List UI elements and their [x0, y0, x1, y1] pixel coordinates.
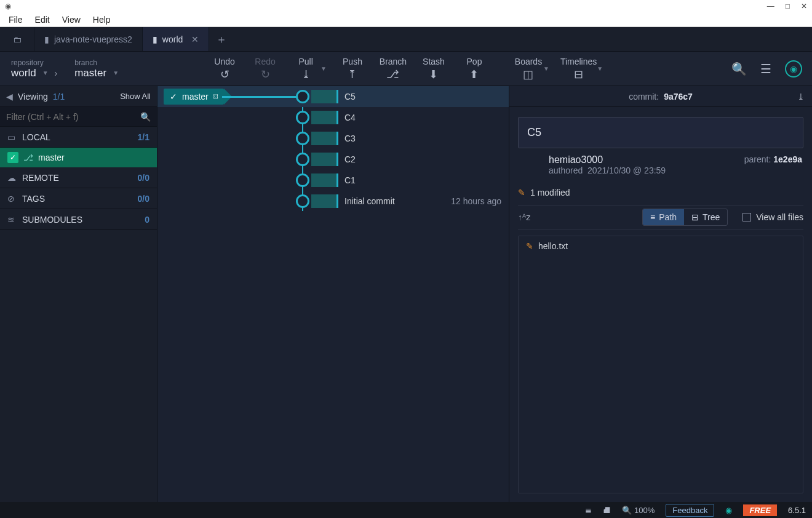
commit-row[interactable]: ✓ master ⌑ C5	[157, 86, 509, 107]
pull-button[interactable]: Pull ⤓	[291, 57, 320, 81]
minimize-icon[interactable]: —	[767, 2, 774, 10]
tab-world[interactable]: ▮ world ✕	[143, 27, 209, 51]
close-tab-icon[interactable]: ✕	[191, 34, 199, 44]
toolbar: repository world▼› branch master▼ Undo ↺…	[0, 52, 812, 86]
commit-hash: 9a76c7	[664, 92, 693, 102]
sidebar-branch-master[interactable]: ✓ ⎇ master	[0, 148, 157, 167]
commit-message: C5	[344, 92, 356, 102]
commit-graph[interactable]: ✓ master ⌑ C5 C4 C3 C2 C1	[157, 86, 509, 502]
plan-badge[interactable]: FREE	[743, 504, 777, 516]
check-icon: ✓	[7, 152, 18, 163]
file-name: hello.txt	[538, 241, 568, 251]
commit-message: C1	[344, 175, 356, 185]
commit-row[interactable]: Initial commit 12 hours ago	[157, 191, 509, 212]
version-label: 6.5.1	[788, 506, 806, 515]
window-titlebar: ◉ — □ ✕	[0, 0, 812, 12]
commit-message: Initial commit	[344, 196, 395, 206]
commit-message[interactable]: C5	[518, 117, 803, 148]
timelines-icon: ⊟	[574, 68, 583, 81]
zoom-control[interactable]: 🔍 100%	[622, 506, 655, 515]
branch-button[interactable]: Branch ⎇	[378, 57, 408, 81]
sidebar: ◀ Viewing 1/1 Show All 🔍 ▭ LOCAL 1/1 ✓ ⎇…	[0, 86, 157, 502]
branch-pill[interactable]: ✓ master ⌑	[164, 89, 224, 105]
commit-message: C3	[344, 133, 356, 143]
viewing-count: 1/1	[53, 92, 65, 102]
kraken-logo-icon[interactable]: ◉	[785, 60, 802, 78]
file-row[interactable]: ✎ hello.txt	[519, 236, 803, 256]
checkbox-icon	[742, 213, 751, 221]
show-all-button[interactable]: Show All	[120, 92, 151, 101]
feedback-button[interactable]: Feedback	[666, 504, 714, 517]
tree-view-button[interactable]: ⊟Tree	[684, 209, 727, 225]
view-all-files-toggle[interactable]: View all files	[742, 212, 803, 222]
undo-button[interactable]: Undo ↺	[210, 57, 239, 81]
maximize-icon[interactable]: □	[786, 2, 790, 10]
back-icon[interactable]: ◀	[6, 92, 13, 102]
chevron-down-icon[interactable]: ▼	[543, 65, 549, 72]
kraken-icon[interactable]: ◉	[725, 506, 732, 515]
tab-java-note[interactable]: ▮ java-note-vuepress2	[34, 27, 143, 51]
list-icon[interactable]: ≣	[585, 506, 592, 515]
filter-input[interactable]	[6, 112, 140, 122]
commit-row[interactable]: C3	[157, 128, 509, 149]
timelines-button[interactable]: Timelines ⊟	[560, 57, 597, 81]
viewing-label: Viewing	[18, 92, 48, 102]
parent-hash[interactable]: 1e2e9a	[773, 154, 802, 164]
edit-icon: ✎	[518, 188, 525, 197]
boards-button[interactable]: Boards ◫	[514, 57, 543, 81]
commit-swatch	[311, 90, 338, 103]
pop-button[interactable]: Pop ⬆	[460, 57, 489, 81]
chevron-down-icon: ▼	[113, 70, 119, 76]
check-icon: ✓	[170, 92, 177, 102]
hamburger-icon[interactable]: ☰	[760, 62, 771, 76]
file-list: ✎ hello.txt	[518, 236, 803, 493]
list-icon: ≡	[650, 212, 655, 222]
repository-dropdown[interactable]: repository world▼›	[11, 58, 57, 79]
laptop-icon: ⌑	[213, 92, 218, 102]
path-view-button[interactable]: ≡Path	[643, 209, 684, 225]
commit-message: C2	[344, 154, 356, 164]
commit-label: commit:	[629, 92, 659, 102]
branch-dropdown[interactable]: branch master▼	[74, 58, 119, 79]
folder-icon: ▮	[153, 34, 157, 44]
repo-folder-icon[interactable]: 🗀	[0, 27, 34, 51]
edit-icon: ✎	[526, 241, 533, 251]
menu-help[interactable]: Help	[88, 14, 116, 26]
commit-row[interactable]: C1	[157, 170, 509, 191]
pop-icon: ⬆	[469, 68, 479, 81]
section-icon: ☁	[7, 173, 22, 183]
chevron-down-icon[interactable]: ▼	[320, 65, 327, 72]
commit-row[interactable]: C2	[157, 149, 509, 170]
commit-node-icon	[296, 132, 309, 145]
new-tab-button[interactable]: ＋	[209, 27, 234, 51]
status-bar: ≣ ⛘ 🔍 100% Feedback ◉ FREE 6.5.1	[0, 502, 812, 518]
sidebar-section-local[interactable]: ▭ LOCAL 1/1	[0, 127, 157, 148]
search-icon[interactable]: 🔍	[140, 112, 151, 122]
chevron-down-icon[interactable]: ▼	[597, 65, 603, 72]
sidebar-section-remote[interactable]: ☁ REMOTE 0/0	[0, 167, 157, 188]
search-icon[interactable]: 🔍	[731, 62, 747, 76]
stash-button[interactable]: Stash ⬇	[419, 57, 448, 81]
push-button[interactable]: Push ⤒	[338, 57, 367, 81]
commit-message: C4	[344, 113, 356, 122]
push-icon: ⤒	[348, 68, 357, 81]
sort-icon[interactable]: ↑ᴬᴢ	[518, 212, 530, 222]
sidebar-section-submodules[interactable]: ≋ SUBMODULES 0	[0, 209, 157, 230]
download-icon[interactable]: ⤓	[797, 92, 805, 102]
tree-icon: ⊟	[691, 212, 699, 222]
commit-swatch	[311, 194, 338, 208]
menu-file[interactable]: File	[4, 14, 28, 26]
authored-date: 2021/10/30 @ 23:59	[587, 165, 666, 175]
close-icon[interactable]: ✕	[801, 2, 807, 10]
tabbar: 🗀 ▮ java-note-vuepress2 ▮ world ✕ ＋	[0, 27, 812, 52]
sidebar-section-tags[interactable]: ⊘ TAGS 0/0	[0, 188, 157, 209]
tab-label: world	[162, 34, 183, 44]
redo-button[interactable]: Redo ↻	[250, 57, 280, 81]
gift-icon[interactable]: ⛘	[603, 506, 611, 515]
commit-row[interactable]: C4	[157, 107, 509, 128]
menu-edit[interactable]: Edit	[30, 14, 55, 26]
redo-icon: ↻	[261, 68, 270, 81]
menu-view[interactable]: View	[57, 14, 86, 26]
folder-icon: ▮	[44, 34, 49, 44]
commit-node-icon	[296, 111, 309, 124]
